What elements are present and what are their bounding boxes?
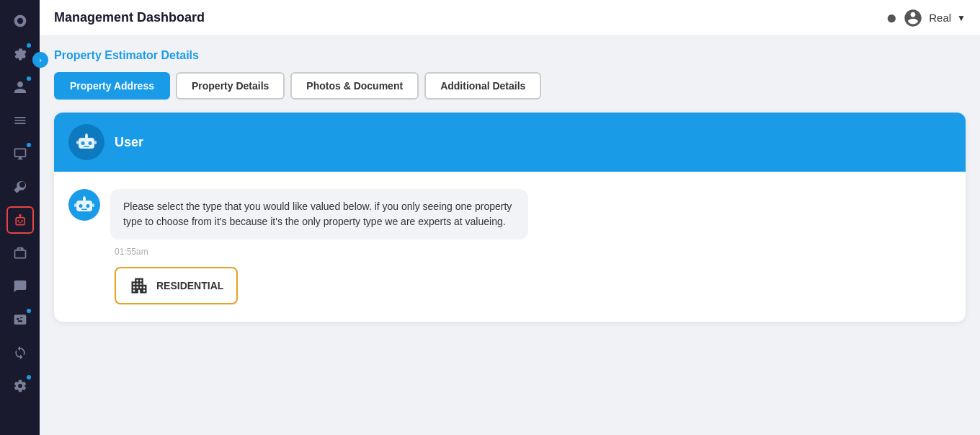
tab-property-address[interactable]: Property Address xyxy=(54,72,170,100)
svg-point-11 xyxy=(79,204,83,208)
sidebar-item-bot[interactable] xyxy=(6,206,34,234)
tab-additional-details[interactable]: Additional Details xyxy=(424,72,541,100)
page-heading: Property Estimator Details xyxy=(54,49,966,62)
main-wrapper: Management Dashboard ● Real ▼ Property E… xyxy=(40,0,980,435)
svg-rect-17 xyxy=(92,203,94,207)
chat-timestamp: 01:55am xyxy=(115,247,951,257)
account-icon xyxy=(903,8,923,28)
sidebar-item-tools[interactable] xyxy=(6,173,34,201)
bot-avatar-message xyxy=(68,189,100,221)
sidebar-item-list[interactable] xyxy=(6,107,34,134)
tab-photos-document[interactable]: Photos & Document xyxy=(290,72,419,100)
tab-property-details[interactable]: Property Details xyxy=(176,72,285,100)
caret-down-icon: ▼ xyxy=(957,13,966,23)
app-title: Management Dashboard xyxy=(54,10,205,25)
chat-card: User xyxy=(54,113,966,322)
sidebar-item-sync[interactable] xyxy=(6,339,34,366)
bot-avatar-header xyxy=(68,124,104,160)
user-menu[interactable]: ● Real ▼ xyxy=(886,6,966,29)
property-type-label: RESIDENTIAL xyxy=(156,280,223,291)
sidebar-item-settings[interactable] xyxy=(6,40,34,68)
svg-point-7 xyxy=(86,133,88,136)
sidebar-item-dashboard[interactable] xyxy=(6,7,34,35)
tab-bar: Property Address Property Details Photos… xyxy=(54,72,966,100)
property-type-button[interactable]: RESIDENTIAL xyxy=(115,267,238,304)
svg-rect-5 xyxy=(84,146,89,148)
chat-header-title: User xyxy=(115,135,143,150)
svg-point-4 xyxy=(89,141,92,145)
svg-rect-13 xyxy=(81,209,87,211)
svg-rect-9 xyxy=(94,141,97,144)
user-avatar-icon: ● xyxy=(886,6,898,29)
svg-rect-8 xyxy=(76,141,79,144)
sidebar-item-monitor[interactable] xyxy=(6,140,34,167)
building-icon xyxy=(129,276,149,296)
sidebar: › xyxy=(0,0,40,435)
username-label: Real xyxy=(929,12,951,24)
sidebar-item-users[interactable] xyxy=(6,74,34,101)
svg-point-3 xyxy=(81,141,85,145)
sidebar-toggle[interactable]: › xyxy=(32,52,48,68)
chat-message-row: Please select the type that you would li… xyxy=(68,189,951,240)
svg-point-1 xyxy=(17,18,22,24)
sidebar-item-idcard[interactable] xyxy=(6,306,34,333)
sidebar-item-briefcase[interactable] xyxy=(6,240,34,267)
topbar: Management Dashboard ● Real ▼ xyxy=(40,0,980,36)
bot-icon-message xyxy=(73,193,96,216)
svg-point-12 xyxy=(86,204,90,208)
chat-bubble: Please select the type that you would li… xyxy=(110,189,528,240)
content-area: Property Estimator Details Property Addr… xyxy=(40,36,980,435)
svg-rect-16 xyxy=(74,203,76,207)
bot-icon-header xyxy=(75,131,98,154)
sidebar-item-config[interactable] xyxy=(6,372,34,400)
chat-body: Please select the type that you would li… xyxy=(54,172,966,322)
sidebar-item-chat[interactable] xyxy=(6,273,34,300)
chat-header: User xyxy=(54,113,966,172)
svg-point-15 xyxy=(84,196,86,198)
